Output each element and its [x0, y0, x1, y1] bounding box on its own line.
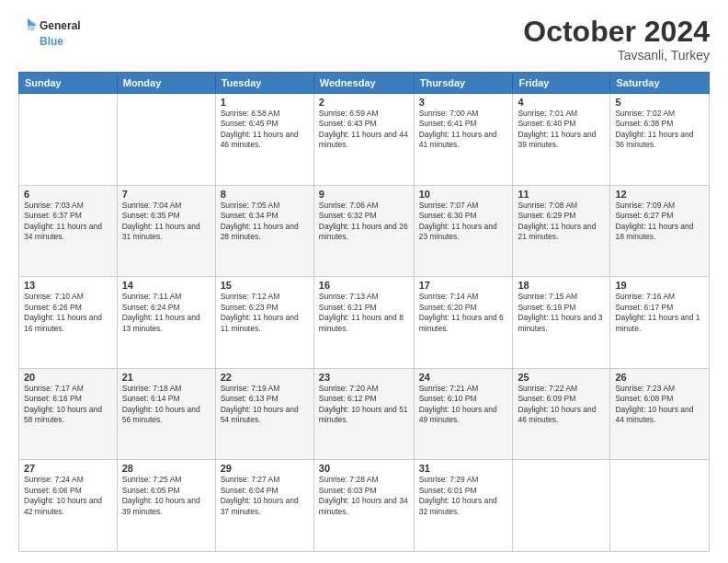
calendar-header-wednesday: Wednesday [313, 73, 414, 94]
day-info: Sunrise: 7:17 AMSunset: 6:16 PMDaylight:… [24, 384, 112, 426]
calendar-cell-3-2: 14 Sunrise: 7:11 AMSunset: 6:24 PMDaylig… [117, 277, 215, 369]
day-info: Sunrise: 7:14 AMSunset: 6:20 PMDaylight:… [419, 292, 508, 334]
subtitle: Tavsanli, Turkey [523, 48, 710, 63]
header: General Blue October 2024 Tavsanli, Turk… [18, 17, 710, 63]
day-number: 21 [122, 372, 210, 383]
calendar-header-saturday: Saturday [610, 73, 710, 94]
day-info: Sunrise: 7:13 AMSunset: 6:21 PMDaylight:… [319, 292, 409, 334]
calendar-cell-2-2: 7 Sunrise: 7:04 AMSunset: 6:35 PMDayligh… [117, 185, 215, 277]
day-number: 14 [122, 280, 210, 291]
day-info: Sunrise: 7:22 AMSunset: 6:09 PMDaylight:… [518, 384, 605, 426]
day-number: 15 [221, 280, 309, 291]
calendar-cell-5-7 [610, 460, 710, 552]
calendar-body: 1 Sunrise: 6:58 AMSunset: 6:45 PMDayligh… [19, 94, 710, 552]
day-number: 26 [615, 372, 704, 383]
calendar-cell-1-6: 4 Sunrise: 7:01 AMSunset: 6:40 PMDayligh… [513, 94, 610, 186]
month-title: October 2024 [523, 17, 710, 46]
day-number: 2 [319, 97, 409, 108]
day-info: Sunrise: 7:21 AMSunset: 6:10 PMDaylight:… [419, 384, 508, 426]
calendar-cell-2-6: 11 Sunrise: 7:08 AMSunset: 6:29 PMDaylig… [513, 185, 610, 277]
calendar-cell-1-1 [19, 94, 118, 186]
day-info: Sunrise: 7:25 AMSunset: 6:05 PMDaylight:… [122, 475, 210, 517]
day-number: 1 [221, 97, 309, 108]
day-info: Sunrise: 7:29 AMSunset: 6:01 PMDaylight:… [419, 475, 508, 517]
calendar-cell-4-4: 23 Sunrise: 7:20 AMSunset: 6:12 PMDaylig… [313, 368, 414, 460]
calendar: SundayMondayTuesdayWednesdayThursdayFrid… [18, 72, 710, 552]
day-number: 30 [319, 463, 409, 474]
day-number: 18 [518, 280, 605, 291]
day-number: 5 [615, 97, 704, 108]
day-info: Sunrise: 7:12 AMSunset: 6:23 PMDaylight:… [221, 292, 309, 334]
day-info: Sunrise: 7:02 AMSunset: 6:38 PMDaylight:… [615, 109, 704, 151]
logo-bird-icon [18, 17, 37, 35]
calendar-cell-3-4: 16 Sunrise: 7:13 AMSunset: 6:21 PMDaylig… [313, 277, 414, 369]
calendar-cell-2-7: 12 Sunrise: 7:09 AMSunset: 6:27 PMDaylig… [610, 185, 710, 277]
day-number: 12 [615, 189, 704, 200]
calendar-cell-4-6: 25 Sunrise: 7:22 AMSunset: 6:09 PMDaylig… [513, 368, 610, 460]
calendar-cell-3-6: 18 Sunrise: 7:15 AMSunset: 6:19 PMDaylig… [513, 277, 610, 369]
calendar-cell-4-5: 24 Sunrise: 7:21 AMSunset: 6:10 PMDaylig… [414, 368, 513, 460]
day-info: Sunrise: 7:05 AMSunset: 6:34 PMDaylight:… [221, 201, 309, 243]
calendar-cell-1-3: 1 Sunrise: 6:58 AMSunset: 6:45 PMDayligh… [215, 94, 313, 186]
day-info: Sunrise: 7:09 AMSunset: 6:27 PMDaylight:… [615, 201, 704, 243]
day-info: Sunrise: 7:24 AMSunset: 6:06 PMDaylight:… [24, 475, 112, 517]
day-info: Sunrise: 7:07 AMSunset: 6:30 PMDaylight:… [419, 201, 508, 243]
calendar-header-friday: Friday [513, 73, 610, 94]
day-info: Sunrise: 7:19 AMSunset: 6:13 PMDaylight:… [221, 384, 309, 426]
day-number: 19 [615, 280, 704, 291]
day-number: 7 [122, 189, 210, 200]
day-number: 16 [319, 280, 409, 291]
calendar-cell-2-1: 6 Sunrise: 7:03 AMSunset: 6:37 PMDayligh… [19, 185, 118, 277]
day-number: 28 [122, 463, 210, 474]
day-info: Sunrise: 7:08 AMSunset: 6:29 PMDaylight:… [518, 201, 605, 243]
day-number: 27 [24, 463, 112, 474]
calendar-cell-2-4: 9 Sunrise: 7:06 AMSunset: 6:32 PMDayligh… [313, 185, 414, 277]
day-number: 24 [419, 372, 508, 383]
day-number: 20 [24, 372, 112, 383]
day-info: Sunrise: 7:04 AMSunset: 6:35 PMDaylight:… [122, 201, 210, 243]
calendar-cell-1-5: 3 Sunrise: 7:00 AMSunset: 6:41 PMDayligh… [414, 94, 513, 186]
calendar-header-tuesday: Tuesday [215, 73, 313, 94]
day-number: 3 [419, 97, 508, 108]
calendar-cell-4-7: 26 Sunrise: 7:23 AMSunset: 6:08 PMDaylig… [610, 368, 710, 460]
calendar-cell-2-5: 10 Sunrise: 7:07 AMSunset: 6:30 PMDaylig… [414, 185, 513, 277]
day-info: Sunrise: 7:18 AMSunset: 6:14 PMDaylight:… [122, 384, 210, 426]
svg-marker-1 [28, 22, 35, 30]
day-info: Sunrise: 7:27 AMSunset: 6:04 PMDaylight:… [221, 475, 309, 517]
calendar-week-3: 13 Sunrise: 7:10 AMSunset: 6:26 PMDaylig… [19, 277, 710, 369]
day-number: 23 [319, 372, 409, 383]
day-info: Sunrise: 7:06 AMSunset: 6:32 PMDaylight:… [319, 201, 409, 243]
day-info: Sunrise: 7:03 AMSunset: 6:37 PMDaylight:… [24, 201, 112, 243]
logo: General Blue [18, 17, 81, 48]
calendar-cell-3-1: 13 Sunrise: 7:10 AMSunset: 6:26 PMDaylig… [19, 277, 118, 369]
day-number: 11 [518, 189, 605, 200]
day-number: 9 [319, 189, 409, 200]
day-number: 17 [419, 280, 508, 291]
calendar-cell-3-5: 17 Sunrise: 7:14 AMSunset: 6:20 PMDaylig… [414, 277, 513, 369]
day-number: 6 [24, 189, 112, 200]
day-number: 22 [221, 372, 309, 383]
day-number: 13 [24, 280, 112, 291]
calendar-cell-1-7: 5 Sunrise: 7:02 AMSunset: 6:38 PMDayligh… [610, 94, 710, 186]
calendar-cell-5-3: 29 Sunrise: 7:27 AMSunset: 6:04 PMDaylig… [215, 460, 313, 552]
calendar-header-sunday: Sunday [19, 73, 118, 94]
calendar-cell-3-7: 19 Sunrise: 7:16 AMSunset: 6:17 PMDaylig… [610, 277, 710, 369]
calendar-cell-3-3: 15 Sunrise: 7:12 AMSunset: 6:23 PMDaylig… [215, 277, 313, 369]
calendar-cell-4-2: 21 Sunrise: 7:18 AMSunset: 6:14 PMDaylig… [117, 368, 215, 460]
day-number: 31 [419, 463, 508, 474]
day-info: Sunrise: 7:01 AMSunset: 6:40 PMDaylight:… [518, 109, 605, 151]
calendar-week-4: 20 Sunrise: 7:17 AMSunset: 6:16 PMDaylig… [19, 368, 710, 460]
day-info: Sunrise: 7:11 AMSunset: 6:24 PMDaylight:… [122, 292, 210, 334]
day-info: Sunrise: 7:28 AMSunset: 6:03 PMDaylight:… [319, 475, 409, 517]
day-info: Sunrise: 6:58 AMSunset: 6:45 PMDaylight:… [221, 109, 309, 151]
calendar-header-monday: Monday [117, 73, 215, 94]
calendar-header-thursday: Thursday [414, 73, 513, 94]
calendar-cell-5-2: 28 Sunrise: 7:25 AMSunset: 6:05 PMDaylig… [117, 460, 215, 552]
calendar-cell-2-3: 8 Sunrise: 7:05 AMSunset: 6:34 PMDayligh… [215, 185, 313, 277]
calendar-cell-1-4: 2 Sunrise: 6:59 AMSunset: 6:43 PMDayligh… [313, 94, 414, 186]
calendar-header-row: SundayMondayTuesdayWednesdayThursdayFrid… [19, 73, 710, 94]
title-block: October 2024 Tavsanli, Turkey [523, 17, 710, 63]
day-info: Sunrise: 7:16 AMSunset: 6:17 PMDaylight:… [615, 292, 704, 334]
day-info: Sunrise: 7:10 AMSunset: 6:26 PMDaylight:… [24, 292, 112, 334]
day-number: 10 [419, 189, 508, 200]
